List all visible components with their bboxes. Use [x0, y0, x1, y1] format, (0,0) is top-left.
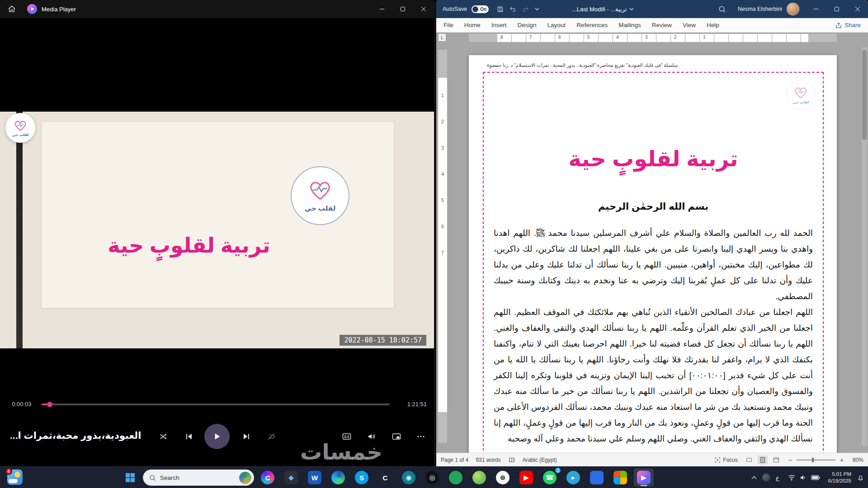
document-page[interactable]: سلسلة "في قلبك العبودية" تفريغ محاضرة "ا…: [469, 55, 837, 453]
share-button[interactable]: Share: [835, 22, 861, 28]
menu-tab-layout[interactable]: Layout: [547, 22, 566, 28]
app-green-1-icon: [449, 471, 462, 484]
more-icon: [416, 432, 425, 441]
maximize-button[interactable]: [392, 0, 413, 18]
autosave-toggle[interactable]: On: [472, 5, 489, 13]
quick-access-dropdown[interactable]: [535, 7, 539, 11]
taskbar-app-camera[interactable]: ◉: [399, 469, 419, 487]
close-button[interactable]: [847, 0, 868, 18]
minimize-button[interactable]: [806, 0, 826, 18]
search-button[interactable]: [718, 5, 726, 13]
undo-button[interactable]: [509, 6, 516, 13]
home-button[interactable]: [3, 0, 21, 18]
duration-time: 1:21:51: [407, 401, 427, 408]
next-button[interactable]: [240, 430, 253, 443]
user-name[interactable]: Nesma Elsherbini: [738, 6, 782, 12]
menu-tab-references[interactable]: References: [576, 22, 608, 28]
taskbar-app-canva[interactable]: C: [258, 469, 278, 487]
taskbar-app-media-player[interactable]: ▶: [634, 469, 654, 487]
ruler-number: 4: [438, 172, 447, 177]
read-mode-button[interactable]: [744, 455, 754, 465]
taskbar-app-photos[interactable]: ◆: [281, 469, 301, 487]
menu-tab-design[interactable]: Design: [518, 22, 537, 28]
taskbar-app-app-blue[interactable]: [587, 469, 607, 487]
close-button[interactable]: [413, 0, 434, 18]
proofing-icon[interactable]: [508, 457, 515, 463]
clock[interactable]: 5:01 PM 6/19/2025: [828, 471, 851, 484]
zoom-in-button[interactable]: +: [839, 456, 844, 464]
page-indicator[interactable]: Page 1 of 4: [441, 457, 468, 463]
menu-tab-home[interactable]: Home: [464, 22, 481, 28]
taskbar-app-telegram[interactable]: ▸: [563, 469, 583, 487]
taskbar-app-app-green-2[interactable]: [469, 469, 489, 487]
app-navy-icon: C: [378, 471, 392, 484]
taskbar-app-youtube[interactable]: ▶: [516, 469, 536, 487]
more-options-button[interactable]: [414, 430, 428, 443]
mini-player-button[interactable]: [390, 430, 403, 443]
menu-tab-view[interactable]: View: [683, 22, 696, 28]
menu-tab-help[interactable]: Help: [707, 22, 719, 28]
play-button[interactable]: [204, 424, 230, 449]
save-button[interactable]: [497, 6, 504, 13]
start-button[interactable]: [121, 469, 139, 487]
notification-bell[interactable]: [857, 474, 864, 482]
menu-tab-mailings[interactable]: Mailings: [618, 22, 641, 28]
ruler-number: 6: [558, 35, 561, 40]
tray-app-icon[interactable]: [762, 474, 770, 482]
taskbar-app-whatsapp[interactable]: ☎3: [540, 469, 560, 487]
zoom-out-button[interactable]: −: [788, 456, 793, 464]
web-layout-button[interactable]: [771, 455, 781, 465]
menu-tab-insert[interactable]: Insert: [491, 22, 507, 28]
subtitles-button[interactable]: [340, 430, 354, 443]
taskbar-app-edge[interactable]: [328, 469, 348, 487]
zoom-level[interactable]: 80%: [851, 457, 863, 463]
home-icon: [8, 5, 16, 13]
tab-selector[interactable]: L: [438, 33, 446, 42]
zoom-slider-knob[interactable]: [812, 458, 814, 462]
taskbar-app-microsoft-app[interactable]: [610, 469, 630, 487]
taskbar-app-obs-studio[interactable]: ◎: [422, 469, 442, 487]
language-indicator[interactable]: Arabic (Egypt): [523, 457, 557, 463]
tray-chevron-up[interactable]: [751, 476, 757, 479]
menu-tab-review[interactable]: Review: [652, 22, 672, 28]
vertical-scrollbar[interactable]: [862, 47, 867, 446]
redo-button[interactable]: [522, 6, 529, 13]
maximize-button[interactable]: [826, 0, 847, 18]
vertical-ruler[interactable]: 1234567: [438, 50, 447, 443]
document-title-text: تربية... - Last Modifi...: [572, 6, 627, 13]
previous-button[interactable]: [182, 430, 196, 443]
seek-bar[interactable]: [42, 404, 390, 405]
document-title[interactable]: تربية... - Last Modifi...: [572, 0, 634, 18]
taskbar-app-app-navy[interactable]: C: [375, 469, 395, 487]
shuffle-button[interactable]: [157, 430, 170, 443]
word-count[interactable]: 931 words: [476, 457, 500, 463]
canva-icon: C: [261, 471, 274, 484]
taskbar-search[interactable]: Search: [143, 469, 254, 486]
ruler-number: 7: [529, 35, 532, 40]
menu-tab-file[interactable]: File: [443, 22, 453, 28]
taskbar-app-app-green-1[interactable]: [446, 469, 466, 487]
whatsapp-icon: ☎: [543, 471, 557, 484]
widgets-button[interactable]: 4: [7, 469, 24, 486]
focus-button[interactable]: Focus: [714, 457, 738, 463]
video-area[interactable]: لقلب حي لقلب حي تربية لقلوبٍ حية 2022-08…: [0, 112, 434, 348]
taskbar-app-chatgpt[interactable]: ⊛: [493, 469, 513, 487]
minimize-button[interactable]: [372, 0, 392, 18]
system-icons[interactable]: [785, 472, 823, 483]
avatar[interactable]: [787, 3, 799, 15]
print-layout-button[interactable]: [758, 455, 768, 465]
chevron-up-icon: [751, 476, 757, 479]
repeat-button[interactable]: [264, 430, 278, 443]
ruler-number: 2: [674, 35, 677, 40]
seek-knob[interactable]: [47, 402, 52, 407]
status-bar: Page 1 of 4 931 words Arabic (Egypt) Foc…: [436, 453, 868, 466]
volume-button[interactable]: [365, 430, 378, 443]
zoom-slider[interactable]: [797, 460, 835, 460]
scrollbar-thumb[interactable]: [862, 50, 867, 140]
taskbar-app-word[interactable]: W: [305, 469, 325, 487]
horizontal-ruler[interactable]: 87654321: [469, 34, 837, 42]
redo-icon: [522, 6, 529, 13]
play-icon: [212, 432, 222, 441]
taskbar-app-skype[interactable]: S: [352, 469, 372, 487]
input-language-indicator[interactable]: ع: [776, 474, 779, 481]
